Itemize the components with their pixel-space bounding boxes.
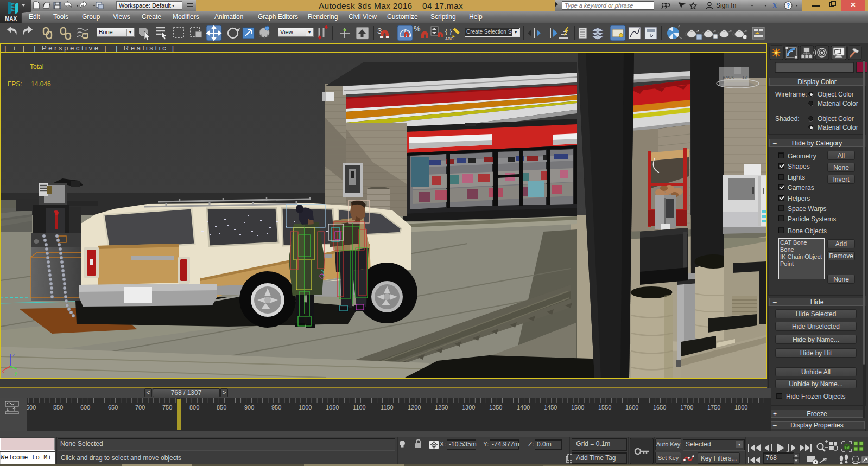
svg-text:14.046: 14.046 [31, 80, 51, 88]
svg-text:Total: Total [30, 63, 43, 71]
svg-text:13': 13' [742, 75, 748, 80]
svg-text:y: y [15, 371, 17, 376]
svg-text:1100: 1100 [353, 404, 366, 411]
svg-text:650: 650 [108, 404, 118, 411]
svg-text:900: 900 [244, 404, 254, 411]
svg-text:600: 600 [80, 404, 90, 411]
svg-text:?: ? [787, 2, 790, 9]
svg-text:1050: 1050 [326, 404, 339, 411]
svg-text:z: z [12, 352, 15, 358]
svg-text:ABC: ABC [445, 36, 454, 41]
svg-text:BACK: BACK [723, 75, 734, 80]
svg-text:1450: 1450 [544, 404, 557, 411]
svg-text:1750: 1750 [707, 404, 720, 411]
svg-text:950: 950 [271, 404, 281, 411]
svg-text:{ }: { } [445, 27, 452, 35]
svg-text:1400: 1400 [517, 404, 530, 411]
svg-text:750: 750 [162, 404, 172, 411]
svg-text:700: 700 [135, 404, 145, 411]
svg-text:500: 500 [26, 404, 36, 411]
svg-text:1600: 1600 [625, 404, 638, 411]
svg-text:550: 550 [53, 404, 63, 411]
svg-text:FPS:: FPS: [8, 80, 22, 88]
svg-text:1800: 1800 [734, 404, 747, 411]
svg-text:1550: 1550 [598, 404, 611, 411]
svg-text:1150: 1150 [381, 404, 394, 411]
svg-text:800: 800 [189, 404, 199, 411]
svg-text:1500: 1500 [571, 404, 584, 411]
svg-text:1300: 1300 [462, 404, 475, 411]
svg-text:x: x [2, 368, 4, 374]
svg-text:1000: 1000 [299, 404, 312, 411]
svg-text:1350: 1350 [489, 404, 502, 411]
svg-text:1250: 1250 [435, 404, 448, 411]
svg-text:850: 850 [217, 404, 226, 411]
svg-text:%: % [414, 24, 420, 33]
svg-text:1650: 1650 [653, 404, 666, 411]
svg-text:1200: 1200 [408, 404, 421, 411]
svg-text:MAX: MAX [5, 16, 17, 22]
svg-text:1700: 1700 [680, 404, 693, 411]
svg-text:X: X [772, 2, 777, 10]
svg-text:Sign In: Sign In [716, 2, 736, 9]
